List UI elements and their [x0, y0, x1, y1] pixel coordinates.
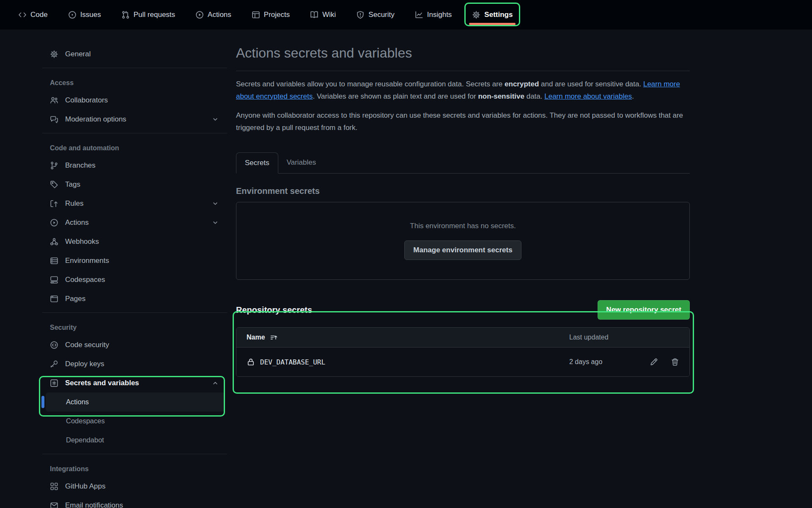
- sidebar-section-access: Access: [42, 75, 227, 91]
- sidebar-item-github-apps[interactable]: GitHub Apps: [42, 477, 227, 496]
- sidebar-item-environments[interactable]: Environments: [42, 251, 227, 270]
- codespaces-icon: [50, 276, 58, 284]
- secrets-variables-tabnav: Secrets Variables: [236, 152, 690, 174]
- sidebar-item-label: Branches: [65, 161, 96, 170]
- nav-tab-label: Pull requests: [134, 11, 175, 19]
- edit-secret-pencil-icon[interactable]: [650, 358, 658, 366]
- sidebar-subitem-label: Actions: [66, 398, 89, 406]
- rules-icon: [50, 199, 58, 208]
- sidebar-item-label: Pages: [65, 295, 85, 303]
- sidebar-item-collaborators[interactable]: Collaborators: [42, 91, 227, 110]
- delete-secret-trash-icon[interactable]: [671, 358, 679, 366]
- tab-secrets[interactable]: Secrets: [236, 152, 278, 174]
- sidebar-subitem-codespaces[interactable]: Codespaces: [46, 411, 225, 431]
- project-table-icon: [252, 11, 260, 19]
- sidebar-item-label: Email notifications: [65, 501, 123, 508]
- sidebar-section-security: Security: [42, 320, 227, 335]
- sidebar-item-webhooks[interactable]: Webhooks: [42, 232, 227, 251]
- new-repository-secret-button[interactable]: New repository secret: [598, 300, 690, 320]
- sidebar-item-label: General: [65, 50, 91, 58]
- nav-tab-label: Security: [368, 11, 394, 19]
- table-header-row: Name Last updated: [236, 328, 689, 348]
- apps-grid-icon: [50, 482, 58, 491]
- text-segment: .: [632, 92, 634, 100]
- sidebar-subitem-actions-selected[interactable]: Actions: [46, 392, 225, 411]
- text-segment: encrypted: [505, 80, 539, 88]
- environment-secrets-empty-box: This environment has no secrets. Manage …: [236, 202, 690, 280]
- nav-tab-label: Actions: [208, 11, 231, 19]
- graph-icon: [415, 11, 423, 19]
- nav-tab-settings[interactable]: Settings: [466, 0, 518, 30]
- people-icon: [50, 96, 58, 105]
- empty-environment-message: This environment has no secrets.: [410, 222, 516, 230]
- chevron-down-icon: [212, 200, 219, 207]
- code-scan-icon: [50, 341, 58, 349]
- chevron-up-icon: [212, 380, 219, 387]
- chevron-down-icon: [212, 219, 219, 226]
- collaborator-access-paragraph: Anyone with collaborator access to this …: [236, 109, 690, 134]
- sidebar-item-label: Rules: [65, 199, 83, 208]
- sidebar-item-email-notifications[interactable]: Email notifications: [42, 496, 227, 508]
- gear-icon: [50, 50, 58, 58]
- sidebar-item-deploy-keys[interactable]: Deploy keys: [42, 354, 227, 373]
- secret-table-row: DEV_DATABASE_URL 2 days ago: [236, 348, 689, 376]
- sidebar-item-moderation-options[interactable]: Moderation options: [42, 110, 227, 129]
- sidebar-section-code-and-automation: Code and automation: [42, 141, 227, 156]
- sidebar-item-secrets-and-variables[interactable]: Secrets and variables: [42, 373, 227, 392]
- sidebar-subitem-dependabot[interactable]: Dependabot: [46, 431, 225, 450]
- sidebar-item-codespaces[interactable]: Codespaces: [42, 270, 227, 289]
- secret-asterisk-icon: [50, 379, 58, 387]
- secret-name: DEV_DATABASE_URL: [260, 358, 325, 366]
- gear-icon: [472, 11, 480, 19]
- nav-tab-code[interactable]: Code: [13, 0, 53, 30]
- nav-tab-insights[interactable]: Insights: [409, 0, 458, 30]
- sidebar-item-rules[interactable]: Rules: [42, 194, 227, 213]
- sidebar-divider: [42, 312, 227, 313]
- sidebar-section-integrations: Integrations: [42, 461, 227, 477]
- name-column-sort-button[interactable]: Name: [247, 334, 569, 341]
- sidebar-item-label: GitHub Apps: [65, 482, 105, 491]
- tab-variables[interactable]: Variables: [278, 152, 325, 174]
- sidebar-item-label: Deploy keys: [65, 360, 104, 368]
- git-branch-icon: [50, 161, 58, 170]
- book-icon: [310, 11, 318, 19]
- nav-tab-label: Projects: [264, 11, 290, 19]
- sidebar-item-label: Moderation options: [65, 115, 126, 124]
- nav-tab-security[interactable]: Security: [351, 0, 400, 30]
- code-icon: [18, 11, 27, 19]
- nav-tab-wiki[interactable]: Wiki: [304, 0, 341, 30]
- play-circle-icon: [50, 218, 58, 227]
- browser-icon: [50, 295, 58, 303]
- inline-link[interactable]: Learn more about variables: [544, 92, 632, 100]
- sidebar-item-tags[interactable]: Tags: [42, 175, 227, 194]
- nav-tab-pull-requests[interactable]: Pull requests: [116, 0, 181, 30]
- sidebar-item-code-security[interactable]: Code security: [42, 335, 227, 354]
- intro-paragraph: Secrets and variables allow you to manag…: [236, 78, 690, 102]
- sidebar-item-branches[interactable]: Branches: [42, 156, 227, 175]
- nav-tab-label: Insights: [427, 11, 452, 19]
- selected-item-indicator: [41, 396, 44, 408]
- shield-icon: [356, 11, 365, 19]
- row-actions: [637, 358, 679, 366]
- sidebar-item-pages[interactable]: Pages: [42, 289, 227, 308]
- sidebar-item-label: Code security: [65, 341, 109, 349]
- nav-tab-issues[interactable]: Issues: [63, 0, 107, 30]
- environment-secrets-heading: Environment secrets: [236, 186, 690, 196]
- repository-secrets-header: Repository secrets New repository secret: [236, 299, 690, 320]
- manage-environment-secrets-button[interactable]: Manage environment secrets: [404, 240, 521, 260]
- sidebar-item-label: Webhooks: [65, 237, 99, 246]
- secret-last-updated: 2 days ago: [569, 358, 637, 366]
- sidebar-item-label: Environments: [65, 257, 109, 265]
- issue-opened-icon: [68, 11, 77, 19]
- text-segment: non-sensitive: [478, 92, 524, 100]
- nav-tab-label: Settings: [484, 11, 513, 19]
- nav-tab-projects[interactable]: Projects: [246, 0, 295, 30]
- sidebar-item-general[interactable]: General: [42, 44, 227, 64]
- nav-tab-actions[interactable]: Actions: [190, 0, 237, 30]
- tag-icon: [50, 180, 58, 189]
- lock-icon: [247, 358, 255, 366]
- last-updated-column-header: Last updated: [569, 334, 679, 341]
- play-circle-icon: [195, 11, 204, 19]
- nav-tab-label: Code: [30, 11, 48, 19]
- sidebar-item-actions[interactable]: Actions: [42, 213, 227, 232]
